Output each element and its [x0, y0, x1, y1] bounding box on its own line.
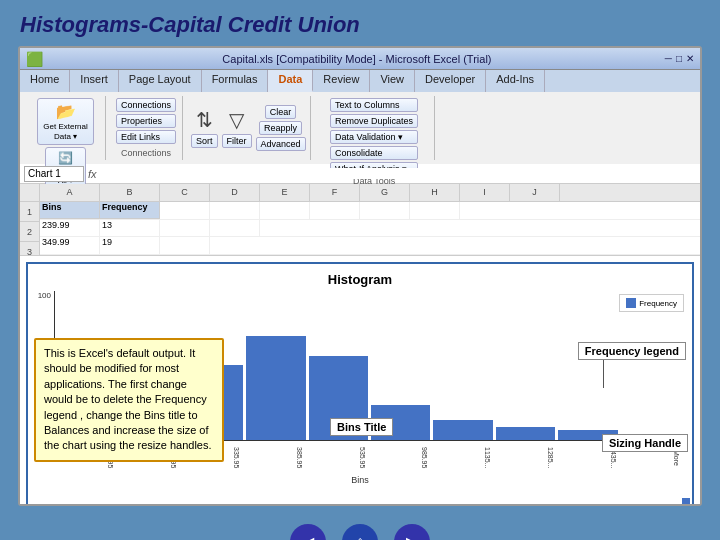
ribbon-group-connections: Connections Properties Edit Links Connec…	[110, 96, 183, 160]
cell-G1[interactable]	[360, 202, 410, 219]
x-axis-title: Bins	[36, 475, 684, 485]
grid-row-3: 349.99 19	[40, 237, 700, 255]
tab-insert[interactable]: Insert	[70, 70, 119, 92]
col-G: G	[360, 184, 410, 201]
excel-logo: 🟩	[26, 51, 43, 67]
page-title: Histograms-Capital Credit Union	[0, 0, 720, 46]
cell-A3[interactable]: 349.99	[40, 237, 100, 254]
tab-review[interactable]: Review	[313, 70, 370, 92]
col-C: C	[160, 184, 210, 201]
ribbon-tabs: Home Insert Page Layout Formulas Data Re…	[20, 70, 700, 92]
x-label-4: 385.95	[243, 443, 303, 473]
frequency-legend-arrow	[603, 360, 604, 388]
cell-D1[interactable]	[210, 202, 260, 219]
tab-addins[interactable]: Add-Ins	[486, 70, 545, 92]
legend-text: Frequency	[639, 299, 677, 308]
excel-window: 🟩 Capital.xls [Compatibility Mode] - Mic…	[18, 46, 702, 506]
annotation-sizing-handle: Sizing Handle	[602, 434, 688, 452]
cell-B2[interactable]: 13	[100, 220, 160, 237]
chart-title: Histogram	[36, 272, 684, 287]
nav-buttons: ◀ ⌂ ▶	[0, 516, 720, 540]
tab-home[interactable]: Home	[20, 70, 70, 92]
minimize-btn[interactable]: ─	[665, 53, 672, 64]
filter-btn[interactable]: Filter	[222, 134, 252, 148]
name-box[interactable]	[24, 166, 84, 182]
cell-C1[interactable]	[160, 202, 210, 219]
chart-legend: Frequency	[619, 294, 684, 312]
maximize-btn[interactable]: □	[676, 53, 682, 64]
annotation-frequency-legend: Frequency legend	[578, 342, 686, 360]
cell-F1[interactable]	[310, 202, 360, 219]
col-D: D	[210, 184, 260, 201]
cell-B1[interactable]: Frequency	[100, 202, 160, 219]
col-B: B	[100, 184, 160, 201]
legend-color-box	[626, 298, 636, 308]
advanced-btn[interactable]: Advanced	[256, 137, 306, 151]
col-J: J	[510, 184, 560, 201]
tab-formulas[interactable]: Formulas	[202, 70, 269, 92]
ribbon-group-external-data: 📂 Get ExternalData ▾ 🔄 RefreshAll ▾	[26, 96, 106, 160]
refresh-icon: 🔄	[51, 151, 79, 165]
col-E: E	[260, 184, 310, 201]
properties-btn[interactable]: Properties	[116, 114, 176, 128]
edit-links-btn[interactable]: Edit Links	[116, 130, 176, 144]
ribbon-group-data-tools: Text to Columns Remove Duplicates Data V…	[315, 96, 435, 160]
consolidate-btn[interactable]: Consolidate	[330, 146, 418, 160]
callout-text: This is Excel's default output. It shoul…	[44, 347, 212, 451]
reapply-btn[interactable]: Reapply	[259, 121, 302, 135]
text-to-columns-btn[interactable]: Text to Columns	[330, 98, 418, 112]
cell-A2[interactable]: 239.99	[40, 220, 100, 237]
sizing-handle[interactable]	[682, 498, 690, 506]
legend-item: Frequency	[626, 298, 677, 308]
ribbon-content: 📂 Get ExternalData ▾ 🔄 RefreshAll ▾ Conn…	[20, 92, 700, 164]
x-label-8: 1285...	[494, 443, 554, 473]
tab-data[interactable]: Data	[268, 70, 313, 92]
title-bar: 🟩 Capital.xls [Compatibility Mode] - Mic…	[20, 48, 700, 70]
sort-filter-col-filter: ▽ Filter	[222, 108, 252, 148]
window-controls: ─ □ ✕	[665, 53, 694, 64]
bar-4	[246, 336, 305, 440]
col-H: H	[410, 184, 460, 201]
connections-btn[interactable]: Connections	[116, 98, 176, 112]
tab-view[interactable]: View	[370, 70, 415, 92]
annotation-bins-title: Bins Title	[330, 418, 393, 436]
row-header-1: 1	[20, 202, 39, 222]
sort-btn[interactable]: Sort	[191, 134, 218, 148]
cell-E1[interactable]	[260, 202, 310, 219]
formula-input[interactable]	[101, 168, 696, 179]
formula-fx: fx	[88, 168, 97, 180]
cell-C3[interactable]	[160, 237, 210, 254]
grid-row-1: Bins Frequency	[40, 202, 700, 220]
sort-az-icon: ⇅	[196, 108, 213, 132]
tab-page-layout[interactable]: Page Layout	[119, 70, 202, 92]
page-background: Histograms-Capital Credit Union 🟩 Capita…	[0, 0, 720, 540]
nav-back-button[interactable]: ◀	[290, 524, 326, 540]
bar-7	[433, 420, 492, 440]
col-F: F	[310, 184, 360, 201]
row-headers: 1 2 3	[20, 184, 40, 255]
row-header-blank	[20, 184, 39, 202]
tab-developer[interactable]: Developer	[415, 70, 486, 92]
grid-row-2: 239.99 13	[40, 220, 700, 238]
col-A: A	[40, 184, 100, 201]
col-headers: A B C D E F G H I J	[40, 184, 700, 202]
cell-B3[interactable]: 19	[100, 237, 160, 254]
remove-duplicates-btn[interactable]: Remove Duplicates	[330, 114, 418, 128]
col-I: I	[460, 184, 510, 201]
data-validation-btn[interactable]: Data Validation ▾	[330, 130, 418, 144]
grid-main: A B C D E F G H I J Bins Frequency	[40, 184, 700, 255]
close-btn[interactable]: ✕	[686, 53, 694, 64]
filter-icon: ▽	[229, 108, 244, 132]
get-external-data-btn[interactable]: 📂 Get ExternalData ▾	[37, 98, 93, 145]
row-header-2: 2	[20, 222, 39, 242]
x-label-6: 985.95	[369, 443, 429, 473]
sort-filter-col-az: ⇅ Sort	[191, 108, 218, 148]
nav-home-button[interactable]: ⌂	[342, 524, 378, 540]
cell-C2[interactable]	[160, 220, 210, 237]
nav-forward-button[interactable]: ▶	[394, 524, 430, 540]
y-tick-100: 100	[27, 291, 51, 300]
cell-D2[interactable]	[210, 220, 260, 237]
cell-A1[interactable]: Bins	[40, 202, 100, 219]
clear-btn[interactable]: Clear	[265, 105, 297, 119]
cell-H1[interactable]	[410, 202, 460, 219]
